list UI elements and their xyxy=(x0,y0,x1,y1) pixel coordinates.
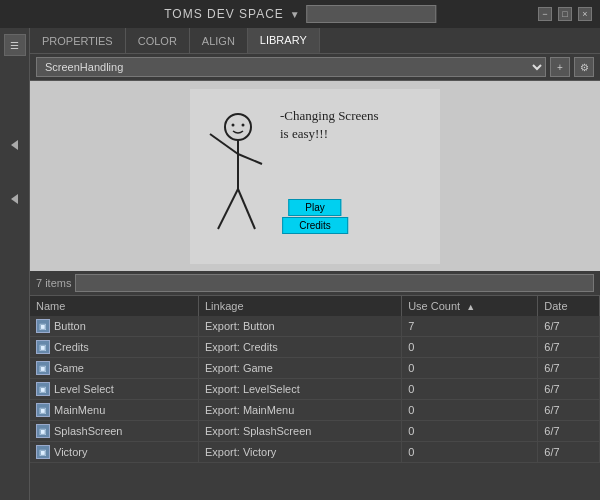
library-add-btn[interactable]: + xyxy=(550,57,570,77)
table-row[interactable]: ▣ Credits Export: Credits 0 6/7 xyxy=(30,337,600,358)
item-icon: ▣ xyxy=(36,424,50,438)
minimize-button[interactable]: − xyxy=(538,7,552,21)
cell-linkage: Export: SplashScreen xyxy=(198,421,401,442)
col-use-count[interactable]: Use Count ▲ xyxy=(402,296,538,316)
cell-name: ▣ Credits xyxy=(30,337,198,358)
cell-linkage: Export: Victory xyxy=(198,442,401,463)
item-icon: ▣ xyxy=(36,319,50,333)
left-arrow-button-2[interactable] xyxy=(11,194,18,204)
col-name[interactable]: Name xyxy=(30,296,198,316)
svg-line-7 xyxy=(238,189,255,229)
preview-play-button[interactable]: Play xyxy=(288,199,341,216)
item-icon: ▣ xyxy=(36,340,50,354)
item-name-label: Level Select xyxy=(54,383,114,395)
table-row[interactable]: ▣ MainMenu Export: MainMenu 0 6/7 xyxy=(30,400,600,421)
cell-name: ▣ SplashScreen xyxy=(30,421,198,442)
col-date[interactable]: Date xyxy=(538,296,600,316)
svg-point-1 xyxy=(232,123,235,126)
library-settings-btn[interactable]: ⚙ xyxy=(574,57,594,77)
cell-date: 6/7 xyxy=(538,442,600,463)
left-arrow-button[interactable] xyxy=(11,140,18,150)
svg-line-5 xyxy=(238,154,262,164)
content-area: PROPERTIES COLOR ALIGN LIBRARY ScreenHan… xyxy=(30,28,600,500)
cell-use-count: 7 xyxy=(402,316,538,337)
cell-use-count: 0 xyxy=(402,379,538,400)
item-icon: ▣ xyxy=(36,382,50,396)
library-footer: 7 items xyxy=(30,271,600,296)
sort-arrow-icon: ▲ xyxy=(466,302,475,312)
app-title: TOMS DEV SPACE xyxy=(164,7,284,21)
tab-color[interactable]: COLOR xyxy=(126,28,190,53)
item-name-label: SplashScreen xyxy=(54,425,123,437)
item-name-label: Game xyxy=(54,362,84,374)
tab-properties[interactable]: PROPERTIES xyxy=(30,28,126,53)
stick-figure xyxy=(200,109,280,264)
dropdown-arrow-icon[interactable]: ▼ xyxy=(290,9,300,20)
preview-credits-button[interactable]: Credits xyxy=(282,217,348,234)
item-count: 7 items xyxy=(36,277,71,289)
title-search-input[interactable] xyxy=(306,5,436,23)
cell-use-count: 0 xyxy=(402,358,538,379)
table-row[interactable]: ▣ Level Select Export: LevelSelect 0 6/7 xyxy=(30,379,600,400)
cell-linkage: Export: Credits xyxy=(198,337,401,358)
preview-area: -Changing Screens is easy!!! Play Credit… xyxy=(30,81,600,271)
cell-name: ▣ Level Select xyxy=(30,379,198,400)
item-name-label: Button xyxy=(54,320,86,332)
tabs-bar: PROPERTIES COLOR ALIGN LIBRARY xyxy=(30,28,600,54)
cell-date: 6/7 xyxy=(538,316,600,337)
svg-point-0 xyxy=(225,114,251,140)
tab-library[interactable]: LIBRARY xyxy=(248,28,320,53)
preview-canvas: -Changing Screens is easy!!! Play Credit… xyxy=(190,89,440,264)
svg-point-2 xyxy=(242,123,245,126)
table-row[interactable]: ▣ SplashScreen Export: SplashScreen 0 6/… xyxy=(30,421,600,442)
cell-date: 6/7 xyxy=(538,379,600,400)
cell-name: ▣ Game xyxy=(30,358,198,379)
title-bar-center: TOMS DEV SPACE ▼ xyxy=(164,5,436,23)
item-icon: ▣ xyxy=(36,361,50,375)
cell-date: 6/7 xyxy=(538,400,600,421)
sketch-text: -Changing Screens is easy!!! xyxy=(280,107,379,143)
cell-name: ▣ Victory xyxy=(30,442,198,463)
main-container: ☰ PROPERTIES COLOR ALIGN LIBRARY ScreenH xyxy=(0,28,600,500)
cell-date: 6/7 xyxy=(538,337,600,358)
cell-use-count: 0 xyxy=(402,400,538,421)
library-bottom: 7 items Name Linkage xyxy=(30,271,600,500)
library-toolbar: ScreenHandling + ⚙ xyxy=(30,54,600,81)
table-header-row: Name Linkage Use Count ▲ Date xyxy=(30,296,600,316)
item-name-label: Credits xyxy=(54,341,89,353)
svg-line-4 xyxy=(210,134,238,154)
cell-use-count: 0 xyxy=(402,442,538,463)
item-icon: ▣ xyxy=(36,403,50,417)
close-button[interactable]: × xyxy=(578,7,592,21)
library-table: Name Linkage Use Count ▲ Date xyxy=(30,296,600,500)
window-controls: − □ × xyxy=(538,7,592,21)
cell-use-count: 0 xyxy=(402,337,538,358)
library-search-input[interactable] xyxy=(75,274,594,292)
left-panel-menu-icon[interactable]: ☰ xyxy=(4,34,26,56)
item-name-label: MainMenu xyxy=(54,404,105,416)
tab-align[interactable]: ALIGN xyxy=(190,28,248,53)
item-icon: ▣ xyxy=(36,445,50,459)
cell-use-count: 0 xyxy=(402,421,538,442)
cell-linkage: Export: MainMenu xyxy=(198,400,401,421)
col-linkage[interactable]: Linkage xyxy=(198,296,401,316)
cell-name: ▣ Button xyxy=(30,316,198,337)
restore-button[interactable]: □ xyxy=(558,7,572,21)
cell-linkage: Export: Game xyxy=(198,358,401,379)
cell-name: ▣ MainMenu xyxy=(30,400,198,421)
title-bar: TOMS DEV SPACE ▼ − □ × xyxy=(0,0,600,28)
table-row[interactable]: ▣ Victory Export: Victory 0 6/7 xyxy=(30,442,600,463)
table-row[interactable]: ▣ Game Export: Game 0 6/7 xyxy=(30,358,600,379)
item-name-label: Victory xyxy=(54,446,87,458)
table-row[interactable]: ▣ Button Export: Button 7 6/7 xyxy=(30,316,600,337)
library-select[interactable]: ScreenHandling xyxy=(36,57,546,77)
svg-line-6 xyxy=(218,189,238,229)
cell-date: 6/7 xyxy=(538,358,600,379)
cell-linkage: Export: Button xyxy=(198,316,401,337)
left-panel: ☰ xyxy=(0,28,30,500)
cell-linkage: Export: LevelSelect xyxy=(198,379,401,400)
cell-date: 6/7 xyxy=(538,421,600,442)
